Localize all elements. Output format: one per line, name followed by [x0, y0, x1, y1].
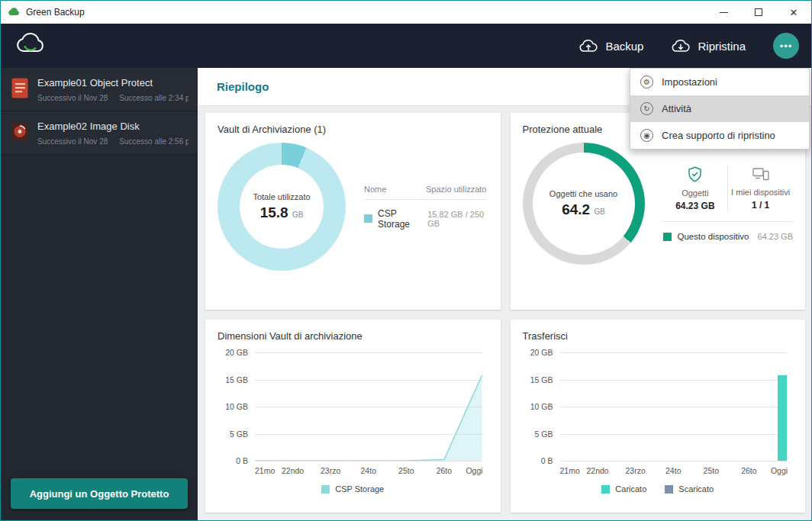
protected-item-title: Example02 Image Disk — [37, 121, 188, 132]
more-options-menu: ⚙ Impostazioni ↻ Attività ◉ Crea support… — [630, 68, 810, 150]
storage-space: 15.82 GB / 250 GB — [427, 210, 486, 228]
legend-swatch-downloaded-icon — [665, 485, 673, 494]
transfer-chart: 20 GB15 GB10 GB5 GB0 B 21mo22ndo23rzo24t… — [523, 352, 788, 476]
objects-label: Oggetti — [682, 188, 708, 198]
column-header-space: Spazio utilizzato — [426, 185, 487, 194]
protected-item-title: Example01 Object Protect — [37, 77, 188, 88]
vault-card: Vault di Archiviazione (1) Totale utiliz… — [205, 113, 501, 310]
menu-item-settings[interactable]: ⚙ Impostazioni — [630, 69, 809, 95]
legend-label-downloaded: Scaricato — [678, 484, 714, 494]
protected-item-object[interactable]: Example01 Object Protect Successivo il N… — [1, 68, 198, 111]
this-device-value: 64.23 GB — [758, 232, 793, 241]
devices-icon — [752, 166, 769, 185]
restore-label: Ripristina — [698, 40, 746, 53]
menu-item-activity[interactable]: ↻ Attività — [630, 95, 809, 122]
objects-stat: Oggetti 64.23 GB — [663, 166, 728, 211]
restore-button[interactable]: Ripristina — [671, 37, 746, 55]
protection-donut: Oggetti che usano 64.2 GB — [523, 143, 645, 265]
donut-center-label: Oggetti che usano — [549, 189, 617, 198]
storage-swatch-icon — [364, 214, 372, 223]
activity-icon: ↻ — [640, 102, 653, 115]
disk-image-icon — [11, 121, 29, 146]
sidebar: Example01 Object Protect Successivo il N… — [1, 68, 198, 520]
chart-legend: Caricato Scaricato — [523, 484, 794, 494]
storage-name: CSP Storage — [378, 208, 422, 230]
this-device-row: Questo dispositivo 64.23 GB — [663, 221, 794, 241]
legend-swatch-uploaded-icon — [601, 485, 610, 494]
table-row: CSP Storage 15.82 GB / 250 GB — [364, 208, 487, 230]
legend-label-uploaded: Caricato — [615, 484, 646, 494]
menu-item-label: Crea supporto di ripristino — [662, 130, 775, 141]
donut-center-value: 15.8 GB — [260, 204, 304, 221]
devices-label: I miei dispositivi — [731, 188, 790, 197]
transfer-chart-card: Trasferisci 20 GB15 GB10 GB5 GB0 B 21mo2… — [511, 320, 806, 513]
menu-item-recovery-media[interactable]: ◉ Crea supporto di ripristino — [630, 122, 809, 149]
y-axis-labels: 20 GB15 GB10 GB5 GB0 B — [523, 352, 553, 461]
app-cloud-icon — [8, 5, 21, 19]
next-backup-text: Successivo il Nov 28 — [37, 137, 108, 146]
header-actions: Backup Ripristina ••• — [578, 33, 799, 59]
maximize-button[interactable] — [741, 1, 776, 24]
donut-center-label: Totale utilizzato — [253, 192, 310, 201]
y-axis-labels: 20 GB15 GB10 GB5 GB0 B — [218, 352, 248, 461]
app-logo-icon — [14, 31, 50, 60]
minimize-button[interactable] — [706, 1, 741, 24]
devices-value: 1 / 1 — [752, 200, 769, 211]
vault-size-chart-card: Dimensioni Vault di archiviazione 20 GB1… — [205, 320, 501, 513]
legend-label: CSP Storage — [335, 484, 384, 494]
donut-center-value: 64.2 GB — [562, 201, 605, 218]
vault-donut: Totale utilizzato 15.8 GB — [218, 143, 346, 271]
next-backup-text: Successivo il Nov 28 — [37, 94, 108, 102]
plot-area — [560, 352, 788, 461]
shield-icon — [688, 166, 702, 185]
window-controls: ✕ — [706, 1, 811, 24]
maximize-icon — [755, 8, 762, 16]
last-backup-text: Successo alle 2:56 p — [119, 137, 188, 146]
more-options-button[interactable]: ••• — [773, 33, 799, 59]
settings-icon: ⚙ — [640, 76, 653, 88]
vault-card-title: Vault di Archiviazione (1) — [218, 124, 488, 135]
this-device-label: Questo dispositivo — [678, 232, 749, 241]
chart-legend: CSP Storage — [218, 484, 488, 494]
vault-size-chart: 20 GB15 GB10 GB5 GB0 B 21mo22ndo23rzo24t… — [218, 352, 482, 476]
x-axis-labels: 21mo22ndo23rzo24to25to26toOggi — [255, 466, 482, 476]
cloud-upload-icon — [578, 37, 598, 55]
add-protected-object-button[interactable]: Aggiungi un Oggetto Protetto — [11, 478, 188, 509]
app-header: Backup Ripristina ••• — [1, 24, 811, 68]
close-button[interactable]: ✕ — [776, 1, 811, 24]
summary-cards: Vault di Archiviazione (1) Totale utiliz… — [198, 106, 811, 520]
minimize-icon — [720, 12, 728, 13]
vault-size-chart-title: Dimensioni Vault di archiviazione — [218, 330, 488, 342]
cloud-download-icon — [671, 37, 691, 55]
app-window: Green Backup ✕ Backup — [0, 0, 812, 521]
document-icon — [11, 77, 29, 102]
protected-item-image-disk[interactable]: Example02 Image Disk Successivo il Nov 2… — [1, 111, 198, 155]
vault-table: Nome Spazio utilizzato CSP Storage 15.82… — [364, 185, 488, 230]
last-backup-text: Successo alle 2:34 p — [119, 94, 188, 102]
legend-swatch-icon — [321, 485, 330, 494]
backup-label: Backup — [605, 40, 643, 53]
transfer-chart-title: Trasferisci — [523, 330, 794, 342]
column-header-name: Nome — [364, 185, 386, 194]
backup-button[interactable]: Backup — [578, 37, 643, 55]
recovery-media-icon: ◉ — [640, 129, 653, 142]
menu-item-label: Impostazioni — [662, 76, 717, 88]
plot-area — [255, 352, 482, 461]
ellipsis-icon: ••• — [780, 40, 793, 52]
close-icon: ✕ — [790, 7, 798, 18]
x-axis-labels: 21mo22ndo23rzo24to25to26toOggi — [560, 466, 788, 476]
objects-value: 64.23 GB — [675, 201, 714, 211]
titlebar: Green Backup ✕ — [1, 1, 811, 24]
menu-item-label: Attività — [662, 103, 691, 114]
devices-stat: I miei dispositivi 1 / 1 — [728, 166, 793, 211]
device-swatch-icon — [663, 233, 672, 241]
window-title: Green Backup — [26, 7, 85, 18]
page-title: Riepilogo — [217, 80, 269, 93]
